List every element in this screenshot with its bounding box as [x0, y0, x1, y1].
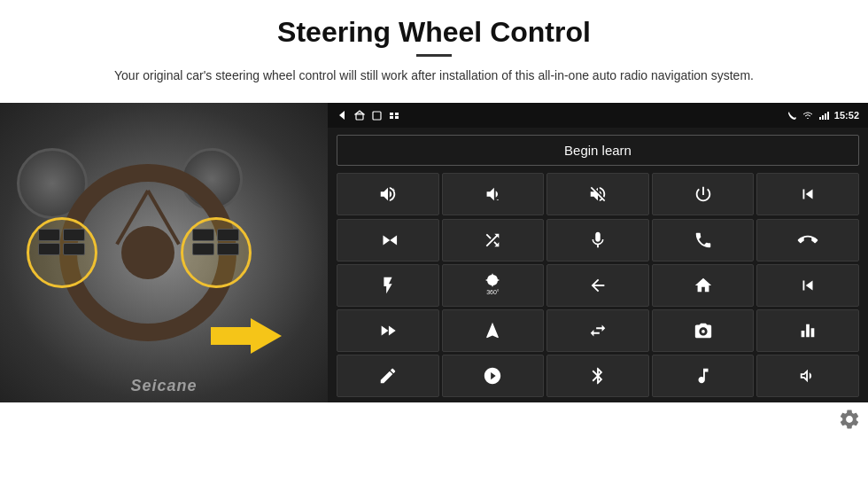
steering-bg: Seicane — [0, 103, 328, 402]
header-section: Steering Wheel Control Your original car… — [0, 0, 868, 96]
svg-rect-10 — [825, 113, 826, 120]
icon-grid: + - — [328, 173, 868, 402]
svg-rect-4 — [390, 113, 393, 115]
begin-learn-button[interactable]: Begin learn — [337, 135, 859, 166]
svg-rect-8 — [819, 117, 821, 120]
title-divider — [416, 54, 452, 57]
content-section: Seicane — [0, 103, 868, 402]
power-btn[interactable] — [652, 173, 755, 215]
svg-rect-7 — [395, 116, 399, 119]
begin-learn-row: Begin learn — [328, 128, 868, 173]
yellow-arrow — [211, 314, 282, 358]
statusbar-left — [337, 110, 399, 121]
svg-text:-: - — [497, 197, 500, 205]
swap-btn[interactable] — [546, 309, 649, 352]
home-nav-icon — [354, 110, 365, 121]
recent-nav-icon — [372, 111, 382, 121]
view360-btn[interactable]: 360° — [442, 264, 545, 307]
next-track-btn[interactable] — [337, 219, 439, 262]
vol-mute-btn[interactable] — [546, 173, 649, 215]
equalizer-btn[interactable] — [756, 309, 859, 352]
signal-status-icon — [818, 110, 829, 121]
back-nav-icon — [337, 110, 347, 121]
navigate-btn[interactable] — [442, 309, 545, 352]
skip-prev-btn[interactable] — [756, 264, 859, 307]
pen-btn[interactable] — [337, 355, 439, 397]
notif-icon — [389, 110, 399, 121]
page-wrapper: Steering Wheel Control Your original car… — [0, 0, 868, 402]
watermark: Seicane — [130, 377, 197, 395]
android-statusbar: 15:52 — [328, 103, 868, 128]
prev-track-btn[interactable] — [756, 173, 859, 215]
sw-hub — [121, 226, 174, 279]
phone-status-icon — [787, 111, 797, 121]
svg-rect-9 — [822, 115, 824, 120]
bluetooth-btn[interactable] — [546, 355, 649, 397]
steering-image: Seicane — [0, 103, 328, 402]
back-btn[interactable] — [546, 264, 649, 307]
svg-rect-3 — [373, 112, 381, 120]
mic-btn[interactable] — [546, 219, 649, 262]
waveform-btn[interactable] — [756, 355, 859, 397]
flashlight-btn[interactable] — [337, 264, 439, 307]
settings-gear-btn[interactable] — [838, 408, 861, 431]
shuffle-btn[interactable] — [442, 219, 545, 262]
settings-circle-btn[interactable] — [442, 355, 545, 397]
svg-rect-5 — [395, 113, 399, 115]
music-btn[interactable] — [652, 355, 755, 397]
highlight-circle-right — [181, 217, 252, 288]
wifi-status-icon — [802, 110, 813, 121]
fast-fwd-btn[interactable] — [337, 309, 439, 352]
svg-marker-0 — [211, 318, 282, 354]
vol-down-btn[interactable]: - — [442, 173, 545, 215]
camera-dash-btn[interactable] — [652, 309, 755, 352]
svg-text:+: + — [391, 188, 395, 194]
end-call-btn[interactable] — [756, 219, 859, 262]
svg-rect-6 — [390, 116, 393, 119]
time-display: 15:52 — [834, 110, 859, 121]
highlight-circle-left — [27, 217, 97, 288]
android-panel: 15:52 Begin learn + - — [328, 103, 868, 402]
svg-rect-11 — [827, 112, 829, 120]
page-title: Steering Wheel Control — [53, 16, 815, 49]
svg-marker-1 — [339, 111, 345, 120]
call-btn[interactable] — [652, 219, 755, 262]
vol-up-btn[interactable]: + — [337, 173, 439, 215]
home-btn[interactable] — [652, 264, 755, 307]
statusbar-right: 15:52 — [787, 110, 859, 121]
subtitle: Your original car's steering wheel contr… — [97, 66, 771, 85]
svg-point-14 — [701, 330, 705, 333]
